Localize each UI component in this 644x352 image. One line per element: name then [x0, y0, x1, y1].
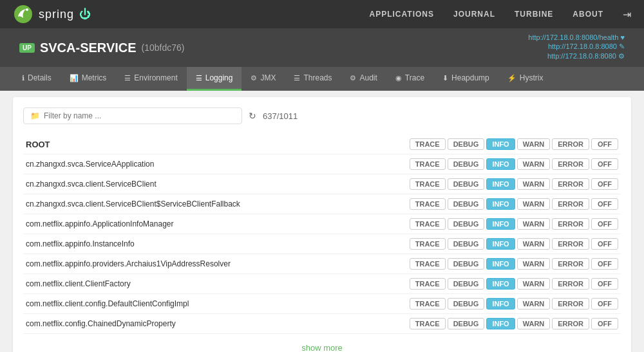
- refresh-icon[interactable]: ↻: [249, 111, 256, 121]
- tab-environment-label: Environment: [134, 73, 177, 82]
- error-button[interactable]: ERROR: [552, 158, 589, 170]
- logger-name: com.netflix.config.ChainedDynamicPropert…: [26, 319, 410, 328]
- power-icon[interactable]: ⏻: [79, 8, 91, 21]
- logger-name: com.netflix.appinfo.InstanceInfo: [26, 239, 410, 248]
- off-button[interactable]: OFF: [591, 158, 618, 170]
- table-row: ROOT TRACE DEBUG INFO WARN ERROR OFF: [23, 134, 621, 154]
- error-button[interactable]: ERROR: [552, 198, 589, 210]
- off-button[interactable]: OFF: [591, 198, 618, 210]
- off-button[interactable]: OFF: [591, 138, 618, 150]
- logout-icon[interactable]: ⇥: [623, 8, 631, 21]
- tab-threads[interactable]: ☰ Threads: [285, 67, 341, 91]
- tab-jmx[interactable]: ⚙ JMX: [242, 67, 285, 91]
- info-button[interactable]: INFO: [486, 218, 515, 230]
- info-button[interactable]: INFO: [486, 158, 515, 170]
- error-button[interactable]: ERROR: [552, 318, 589, 329]
- tab-logging-label: Logging: [205, 73, 233, 82]
- trace-button[interactable]: TRACE: [410, 138, 446, 150]
- warn-button[interactable]: WARN: [517, 178, 551, 190]
- trace-button[interactable]: TRACE: [410, 278, 446, 290]
- off-button[interactable]: OFF: [591, 178, 618, 190]
- trace-button[interactable]: TRACE: [410, 218, 446, 230]
- logger-name: com.netflix.client.config.DefaultClientC…: [26, 299, 410, 308]
- tab-trace-label: Trace: [405, 73, 424, 82]
- debug-button[interactable]: DEBUG: [448, 198, 485, 210]
- service-config-link[interactable]: http://172.18.0.8:8080 ⚙: [528, 52, 625, 60]
- tab-hystrix-label: Hystrix: [520, 73, 544, 82]
- warn-button[interactable]: WARN: [517, 298, 551, 310]
- off-button[interactable]: OFF: [591, 298, 618, 310]
- info-button[interactable]: INFO: [486, 278, 515, 290]
- trace-button[interactable]: TRACE: [410, 238, 446, 250]
- off-button[interactable]: OFF: [591, 218, 618, 230]
- error-button[interactable]: ERROR: [552, 258, 589, 270]
- nav-turbine[interactable]: TURBINE: [515, 10, 553, 19]
- debug-button[interactable]: DEBUG: [448, 258, 485, 270]
- tab-environment[interactable]: ☰ Environment: [115, 67, 186, 91]
- info-button[interactable]: INFO: [486, 318, 515, 329]
- debug-button[interactable]: DEBUG: [448, 298, 485, 310]
- tab-heapdump[interactable]: ⬇ Heapdump: [433, 67, 498, 91]
- trace-button[interactable]: TRACE: [410, 198, 446, 210]
- info-button[interactable]: INFO: [486, 198, 515, 210]
- log-level-buttons: TRACE DEBUG INFO WARN ERROR OFF: [410, 158, 618, 170]
- tab-heapdump-label: Heapdump: [451, 73, 489, 82]
- filter-input[interactable]: [44, 111, 235, 120]
- logger-name: cn.zhangxd.svca.ServiceAApplication: [26, 160, 410, 169]
- nav-journal[interactable]: JOURNAL: [453, 10, 495, 19]
- off-button[interactable]: OFF: [591, 278, 618, 290]
- off-button[interactable]: OFF: [591, 258, 618, 270]
- error-button[interactable]: ERROR: [552, 238, 589, 250]
- info-button[interactable]: INFO: [486, 138, 515, 150]
- log-level-buttons: TRACE DEBUG INFO WARN ERROR OFF: [410, 298, 618, 310]
- warn-button[interactable]: WARN: [517, 278, 551, 290]
- off-button[interactable]: OFF: [591, 238, 618, 250]
- environment-icon: ☰: [124, 74, 131, 82]
- trace-button[interactable]: TRACE: [410, 158, 446, 170]
- tab-hystrix[interactable]: ⚡ Hystrix: [498, 67, 553, 91]
- service-health-link[interactable]: http://172.18.0.8:8080/health ♥: [528, 33, 625, 41]
- trace-button[interactable]: TRACE: [410, 178, 446, 190]
- spring-logo-icon: [13, 4, 33, 24]
- error-button[interactable]: ERROR: [552, 298, 589, 310]
- debug-button[interactable]: DEBUG: [448, 238, 485, 250]
- tab-audit[interactable]: ⚙ Audit: [341, 67, 386, 91]
- trace-button[interactable]: TRACE: [410, 298, 446, 310]
- warn-button[interactable]: WARN: [517, 258, 551, 270]
- nav-applications[interactable]: APPLICATIONS: [370, 10, 434, 19]
- trace-button[interactable]: TRACE: [410, 258, 446, 270]
- info-button[interactable]: INFO: [486, 258, 515, 270]
- audit-icon: ⚙: [350, 74, 356, 82]
- warn-button[interactable]: WARN: [517, 218, 551, 230]
- error-button[interactable]: ERROR: [552, 218, 589, 230]
- tab-details[interactable]: ℹ Details: [13, 67, 61, 91]
- service-url-link[interactable]: http://172.18.0.8:8080 ✎: [528, 42, 625, 51]
- warn-button[interactable]: WARN: [517, 138, 551, 150]
- show-more-link[interactable]: show more: [301, 343, 343, 352]
- debug-button[interactable]: DEBUG: [448, 278, 485, 290]
- warn-button[interactable]: WARN: [517, 158, 551, 170]
- error-button[interactable]: ERROR: [552, 178, 589, 190]
- debug-button[interactable]: DEBUG: [448, 158, 485, 170]
- tab-metrics[interactable]: 📊 Metrics: [61, 67, 116, 91]
- tab-details-label: Details: [28, 73, 52, 82]
- tab-logging[interactable]: ☰ Logging: [187, 67, 242, 91]
- info-button[interactable]: INFO: [486, 298, 515, 310]
- off-button[interactable]: OFF: [591, 318, 618, 329]
- debug-button[interactable]: DEBUG: [448, 218, 485, 230]
- error-button[interactable]: ERROR: [552, 278, 589, 290]
- tab-trace[interactable]: ◉ Trace: [386, 67, 433, 91]
- info-button[interactable]: INFO: [486, 238, 515, 250]
- warn-button[interactable]: WARN: [517, 238, 551, 250]
- info-button[interactable]: INFO: [486, 178, 515, 190]
- nav-about[interactable]: ABOUT: [573, 10, 603, 19]
- trace-button[interactable]: TRACE: [410, 318, 446, 329]
- debug-button[interactable]: DEBUG: [448, 138, 485, 150]
- table-row: com.netflix.appinfo.providers.Archaius1V…: [23, 254, 621, 274]
- warn-button[interactable]: WARN: [517, 198, 551, 210]
- warn-button[interactable]: WARN: [517, 318, 551, 329]
- table-row: cn.zhangxd.svca.ServiceAApplication TRAC…: [23, 154, 621, 174]
- debug-button[interactable]: DEBUG: [448, 318, 485, 329]
- error-button[interactable]: ERROR: [552, 138, 589, 150]
- debug-button[interactable]: DEBUG: [448, 178, 485, 190]
